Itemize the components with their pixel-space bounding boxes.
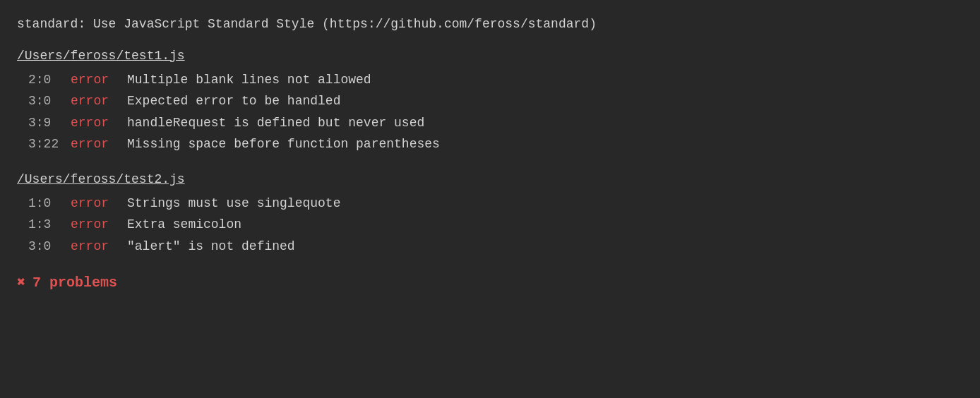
error-message: Extra semicolon bbox=[127, 214, 241, 236]
problems-count: 7 problems bbox=[32, 272, 117, 294]
header-line: standard: Use JavaScript Standard Style … bbox=[17, 14, 963, 35]
file-section-0: /Users/feross/test1.js2:0errorMultiple b… bbox=[17, 46, 963, 155]
error-label: error bbox=[71, 69, 127, 91]
summary-line: ✖ 7 problems bbox=[17, 272, 963, 294]
error-location: 3:22 bbox=[28, 133, 71, 155]
file-path-0: /Users/feross/test1.js bbox=[17, 46, 963, 66]
error-location: 1:0 bbox=[28, 193, 71, 215]
table-row: 3:9errorhandleRequest is defined but nev… bbox=[17, 112, 963, 134]
error-label: error bbox=[71, 193, 127, 215]
error-location: 3:9 bbox=[28, 112, 71, 134]
error-location: 2:0 bbox=[28, 69, 71, 91]
error-label: error bbox=[71, 90, 127, 112]
file-section-1: /Users/feross/test2.js1:0errorStrings mu… bbox=[17, 169, 963, 258]
error-location: 1:3 bbox=[28, 214, 71, 236]
table-row: 3:0errorExpected error to be handled bbox=[17, 90, 963, 112]
table-row: 1:3errorExtra semicolon bbox=[17, 214, 963, 236]
error-message: handleRequest is defined but never used bbox=[127, 112, 424, 134]
table-row: 3:0error"alert" is not defined bbox=[17, 236, 963, 258]
error-message: Multiple blank lines not allowed bbox=[127, 69, 371, 91]
error-label: error bbox=[71, 236, 127, 258]
error-location: 3:0 bbox=[28, 236, 71, 258]
error-message: Strings must use singlequote bbox=[127, 193, 340, 215]
table-row: 2:0errorMultiple blank lines not allowed bbox=[17, 69, 963, 91]
table-row: 3:22errorMissing space before function p… bbox=[17, 133, 963, 155]
error-label: error bbox=[71, 214, 127, 236]
error-label: error bbox=[71, 112, 127, 134]
error-location: 3:0 bbox=[28, 90, 71, 112]
table-row: 1:0errorStrings must use singlequote bbox=[17, 193, 963, 215]
error-message: Expected error to be handled bbox=[127, 90, 340, 112]
error-label: error bbox=[71, 133, 127, 155]
error-message: "alert" is not defined bbox=[127, 236, 295, 258]
error-message: Missing space before function parenthese… bbox=[127, 133, 440, 155]
terminal-output: standard: Use JavaScript Standard Style … bbox=[17, 14, 963, 294]
file-path-1: /Users/feross/test2.js bbox=[17, 169, 963, 190]
x-icon: ✖ bbox=[17, 272, 25, 294]
